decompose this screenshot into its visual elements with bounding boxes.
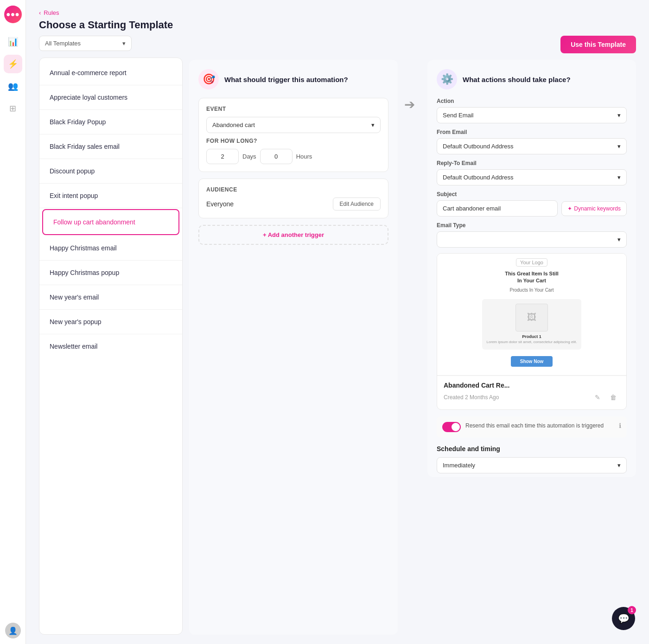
app-logo[interactable]: ●●●	[4, 6, 22, 23]
preview-products-label: Products In Your Cart	[509, 287, 554, 293]
preview-headline: This Great Item Is StillIn Your Cart	[505, 270, 559, 285]
chat-bubble[interactable]: 💬 1	[612, 607, 635, 630]
main-content: ‹ Rules Choose a Starting Template All T…	[26, 0, 649, 644]
avatar[interactable]: 👤	[5, 623, 21, 638]
top-bar: Use this Template	[189, 36, 636, 53]
filter-label: All Templates	[45, 40, 81, 47]
header: ‹ Rules Choose a Starting Template	[26, 0, 649, 36]
template-list: Annual e-commerce report Appreciate loya…	[39, 57, 183, 635]
sparkle-icon: ✦	[567, 205, 572, 212]
delete-email-button[interactable]: 🗑	[607, 391, 620, 404]
days-label: Days	[242, 153, 256, 160]
schedule-value: Immediately	[443, 462, 475, 469]
action-section-header: ⚙️ What actions should take place?	[437, 69, 627, 89]
preview-product-name: Product 1	[522, 334, 541, 339]
schedule-section: Schedule and timing Immediately ▾ What t…	[437, 445, 627, 477]
template-item-new-years-email[interactable]: New year's email	[39, 285, 182, 310]
event-value: Abandoned cart	[212, 121, 255, 128]
template-item-appreciate-loyal[interactable]: Appreciate loyal customers	[39, 85, 182, 110]
chevron-down-icon: ▾	[617, 143, 621, 150]
preview-header: Your Logo This Great Item Is StillIn You…	[437, 254, 626, 376]
left-panel: All Templates ▾ Annual e-commerce report…	[39, 36, 183, 635]
email-meta: Abandoned Cart Re... Created 2 Months Ag…	[437, 376, 626, 409]
resend-toggle[interactable]	[442, 422, 461, 432]
trigger-section-title: What should trigger this automation?	[224, 76, 348, 83]
edit-audience-button[interactable]: Edit Audience	[333, 198, 381, 210]
breadcrumb-label[interactable]: Rules	[44, 9, 59, 16]
email-title: Abandoned Cart Re...	[444, 382, 620, 389]
content-area: All Templates ▾ Annual e-commerce report…	[26, 36, 649, 644]
template-item-exit-intent-popup[interactable]: Exit intent popup	[39, 184, 182, 208]
chevron-down-icon: ▾	[371, 121, 375, 128]
template-item-happy-christmas-email[interactable]: Happy Christmas email	[39, 236, 182, 261]
action-icon: ⚙️	[437, 69, 457, 89]
chart-icon[interactable]: 📊	[4, 32, 22, 51]
preview-cta-button[interactable]: Show Now	[511, 356, 553, 367]
action-dropdown[interactable]: Send Email ▾	[437, 107, 627, 123]
use-template-button[interactable]: Use this Template	[560, 36, 636, 53]
duration-days-input[interactable]	[206, 149, 239, 164]
preview-image-placeholder: 🖼	[515, 304, 548, 332]
subject-row: ✦ Dynamic keywords	[437, 200, 627, 217]
audience-label: Audience	[206, 186, 381, 193]
template-item-discount-popup[interactable]: Discount popup	[39, 159, 182, 184]
automation-icon[interactable]: ⚡	[4, 55, 22, 73]
email-preview: Your Logo This Great Item Is StillIn You…	[437, 253, 627, 410]
from-email-label: From email	[437, 129, 627, 135]
audience-card: Audience Everyone Edit Audience	[198, 179, 388, 218]
breadcrumb[interactable]: ‹ Rules	[39, 9, 636, 16]
template-item-new-years-popup[interactable]: New year's popup	[39, 310, 182, 334]
duration-hours-input[interactable]	[260, 149, 293, 164]
toggle-thumb	[452, 423, 460, 431]
email-actions: ✎ 🗑	[591, 391, 620, 404]
dynamic-keywords-button[interactable]: ✦ Dynamic keywords	[561, 201, 627, 216]
email-created-date: Created 2 Months Ago	[444, 394, 499, 401]
subject-input[interactable]	[437, 200, 558, 217]
template-item-follow-up-cart[interactable]: Follow up cart abandonment	[42, 209, 179, 235]
event-card: Event Abandoned cart ▾ For How long? Day…	[198, 98, 388, 172]
right-panel: Use this Template 🎯 What should trigger …	[189, 36, 636, 635]
info-icon: ℹ	[619, 422, 621, 429]
from-email-dropdown[interactable]: Default Outbound Address ▾	[437, 138, 627, 154]
chevron-down-icon: ▾	[617, 462, 621, 469]
duration-row: Days Hours	[206, 149, 381, 164]
from-email-value: Default Outbound Address	[443, 143, 514, 150]
chevron-down-icon: ▾	[122, 40, 126, 47]
trigger-section-header: 🎯 What should trigger this automation?	[198, 69, 388, 89]
sidebar: ●●● 📊 ⚡ 👥 ⊞ 👤	[0, 0, 26, 644]
trigger-icon: 🎯	[198, 69, 219, 89]
preview-product-desc: Lorem ipsum dolor sit amet, consectetur …	[487, 340, 577, 344]
action-label: Action	[437, 98, 627, 104]
action-value: Send Email	[443, 112, 473, 119]
reply-to-label: Reply-to email	[437, 160, 627, 166]
event-label: Event	[206, 106, 381, 112]
edit-email-button[interactable]: ✎	[591, 391, 604, 404]
integrations-icon[interactable]: ⊞	[4, 99, 22, 118]
template-item-annual-ecommerce[interactable]: Annual e-commerce report	[39, 61, 182, 85]
hours-label: Hours	[296, 153, 312, 160]
schedule-title: Schedule and timing	[437, 445, 627, 453]
audience-value: Everyone	[206, 200, 234, 208]
all-templates-dropdown[interactable]: All Templates ▾	[39, 36, 132, 51]
template-item-black-friday-sales[interactable]: Black Friday sales email	[39, 134, 182, 159]
audience-icon[interactable]: 👥	[4, 77, 22, 96]
arrow-connector: ➔	[398, 60, 421, 635]
add-trigger-button[interactable]: + Add another trigger	[198, 225, 388, 245]
email-type-label: Email type	[437, 222, 627, 229]
breadcrumb-arrow-icon: ‹	[39, 9, 41, 16]
template-item-happy-christmas-popup[interactable]: Happy Christmas popup	[39, 261, 182, 285]
workflow-area: 🎯 What should trigger this automation? E…	[189, 60, 636, 635]
template-item-newsletter-email[interactable]: Newsletter email	[39, 334, 182, 358]
trigger-section: 🎯 What should trigger this automation? E…	[189, 60, 398, 635]
schedule-dropdown[interactable]: Immediately ▾	[437, 457, 627, 473]
action-section-title: What actions should take place?	[463, 76, 571, 83]
event-dropdown[interactable]: Abandoned cart ▾	[206, 117, 381, 133]
reply-to-value: Default Outbound Address	[443, 174, 514, 181]
reply-to-dropdown[interactable]: Default Outbound Address ▾	[437, 169, 627, 185]
resend-toggle-text: Resend this email each time this automat…	[465, 422, 604, 430]
arrow-right-icon: ➔	[404, 97, 415, 112]
chat-icon: 💬	[618, 613, 630, 624]
email-type-dropdown[interactable]: ▾	[437, 231, 627, 248]
filter-bar: All Templates ▾	[39, 36, 183, 51]
template-item-black-friday-popup[interactable]: Black Friday Popup	[39, 110, 182, 134]
